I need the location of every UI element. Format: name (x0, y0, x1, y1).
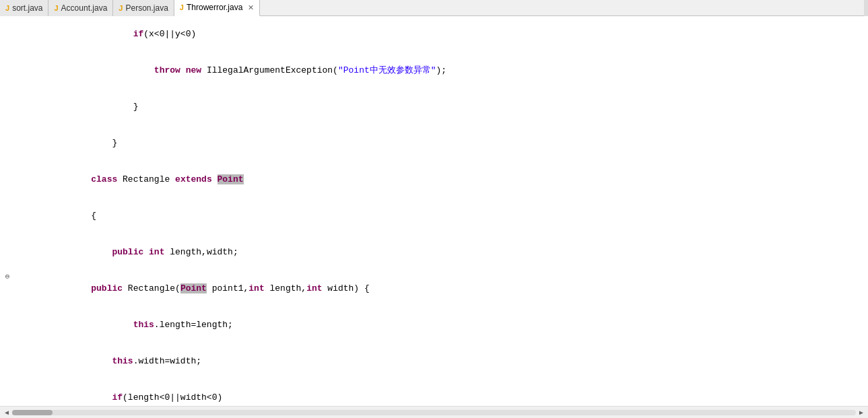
code-line: class Rectangle extends Point (0, 162, 868, 198)
line-text: { (15, 198, 868, 234)
tab-person-java[interactable]: J Person.java (113, 0, 174, 16)
code-line: public int length,width; (0, 234, 868, 271)
tab-throwerror-java-close[interactable]: ✕ (248, 3, 254, 12)
line-text: if(length<0||width<0) (15, 380, 868, 406)
line-text: public int length,width; (15, 234, 868, 271)
scrollbar-track[interactable] (12, 410, 856, 415)
editor-area: if(x<0||y<0) throw new IllegalArgumentEx… (0, 16, 868, 406)
scroll-right-arrow[interactable]: ▶ (856, 408, 867, 417)
tab-throwerror-java-label: Throwerror.java (187, 3, 242, 12)
line-text: } (15, 89, 868, 125)
scrollbar-area[interactable]: ◀ ▶ (0, 406, 868, 418)
code-line: ⊖ public Rectangle(Point point1,int leng… (0, 271, 868, 307)
tab-throwerror-java-icon: J (180, 3, 184, 11)
line-text: class Rectangle extends Point (15, 162, 868, 198)
tab-person-java-label: Person.java (125, 3, 168, 13)
line-gutter[interactable]: ⊖ (0, 271, 15, 283)
tab-sort-java-label: sort.java (12, 3, 42, 13)
tab-person-java-icon: J (119, 4, 123, 12)
code-line: this.length=length; (0, 307, 868, 343)
line-text: this.length=length; (15, 307, 868, 343)
tab-account-java-icon: J (54, 4, 58, 12)
line-text: } (15, 125, 868, 162)
tab-account-java[interactable]: J Account.java (48, 0, 113, 16)
tab-throwerror-java[interactable]: J Throwerror.java ✕ (174, 0, 261, 16)
code-line: this.width=width; (0, 343, 868, 380)
scrollbar-thumb[interactable] (12, 410, 53, 415)
line-text: if(x<0||y<0) (15, 16, 868, 53)
scroll-left-arrow[interactable]: ◀ (1, 408, 12, 417)
tab-bar: J sort.java J Account.java J Person.java… (0, 0, 868, 16)
tab-sort-java[interactable]: J sort.java (0, 0, 48, 16)
code-line: { (0, 198, 868, 234)
line-text: this.width=width; (15, 343, 868, 380)
code-line: if(length<0||width<0) (0, 380, 868, 406)
tab-account-java-label: Account.java (61, 3, 108, 13)
code-line: } (0, 89, 868, 125)
code-content[interactable]: if(x<0||y<0) throw new IllegalArgumentEx… (0, 16, 868, 406)
line-text: public Rectangle(Point point1,int length… (15, 271, 868, 307)
code-lines: if(x<0||y<0) throw new IllegalArgumentEx… (0, 16, 868, 406)
tab-sort-java-icon: J (5, 4, 9, 12)
resize-handle-right[interactable] (864, 0, 868, 16)
code-line: if(x<0||y<0) (0, 16, 868, 53)
line-text: throw new IllegalArgumentException("Poin… (15, 53, 868, 89)
code-line: } (0, 125, 868, 162)
code-line: throw new IllegalArgumentException("Poin… (0, 53, 868, 89)
